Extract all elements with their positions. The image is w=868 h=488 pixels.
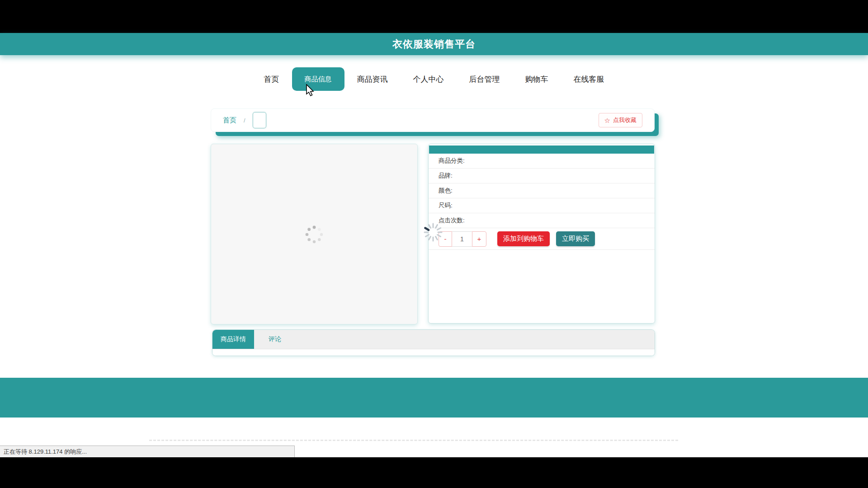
nav-item-cart[interactable]: 购物车 <box>513 67 561 91</box>
site-header: 衣依服装销售平台 <box>0 33 868 55</box>
product-detail-panel: 商品分类: 品牌: 颜色: 尺码: 点击次数: - + 添加到购物车 立即购买 <box>428 144 655 324</box>
loading-dots-spinner-icon <box>303 224 325 245</box>
field-color-label: 颜色: <box>439 187 453 195</box>
nav-item-personal-center[interactable]: 个人中心 <box>401 67 457 91</box>
tab-content-area <box>212 349 655 356</box>
browser-status-bar: 正在等待 8.129.11.174 的响应... <box>0 446 295 457</box>
letterbox-bottom <box>0 457 868 488</box>
detail-tabs-card: 商品详情 评论 <box>212 329 655 356</box>
field-category: 商品分类: <box>429 154 655 169</box>
tab-comments[interactable]: 评论 <box>254 330 296 349</box>
breadcrumb: 首页 / ☆ 点我收藏 <box>211 108 655 132</box>
main-nav: 首页 商品信息 商品资讯 个人中心 后台管理 购物车 在线客服 <box>0 63 868 95</box>
letterbox-top <box>0 0 868 33</box>
add-to-cart-button[interactable]: 添加到购物车 <box>497 231 550 246</box>
nav-item-admin[interactable]: 后台管理 <box>457 67 513 91</box>
product-image-panel <box>211 144 418 324</box>
field-clicks: 点击次数: <box>429 213 655 228</box>
nav-item-home[interactable]: 首页 <box>251 67 292 91</box>
tab-product-details[interactable]: 商品详情 <box>212 330 254 349</box>
field-brand: 品牌: <box>429 169 655 183</box>
mouse-arrow-cursor-icon <box>306 84 316 97</box>
site-footer <box>0 378 868 418</box>
field-brand-label: 品牌: <box>439 172 453 180</box>
breadcrumb-current-item-loading <box>253 112 266 128</box>
field-category-label: 商品分类: <box>439 157 465 165</box>
nav-item-customer-service[interactable]: 在线客服 <box>561 67 617 91</box>
browser-status-text: 正在等待 8.129.11.174 的响应... <box>4 448 87 456</box>
nav-item-product-info[interactable]: 商品信息 <box>292 67 344 91</box>
page-title: 衣依服装销售平台 <box>392 38 476 51</box>
field-size-label: 尺码: <box>439 202 453 210</box>
buy-now-button[interactable]: 立即购买 <box>556 231 595 246</box>
product-title-bar <box>429 145 654 154</box>
field-color: 颜色: <box>429 183 655 198</box>
busy-starburst-spinner-icon <box>423 222 443 242</box>
nav-item-product-news[interactable]: 商品资讯 <box>344 67 401 91</box>
tab-strip: 商品详情 评论 <box>212 330 655 349</box>
star-icon: ☆ <box>604 117 610 124</box>
favorite-button-label: 点我收藏 <box>613 116 637 124</box>
field-size: 尺码: <box>429 198 655 213</box>
purchase-actions: - + 添加到购物车 立即购买 <box>429 228 655 250</box>
breadcrumb-home-link[interactable]: 首页 <box>223 116 236 125</box>
favorite-button[interactable]: ☆ 点我收藏 <box>599 113 642 127</box>
page-bottom-dashed-divider <box>149 440 678 441</box>
quantity-input[interactable] <box>452 231 472 247</box>
quantity-increase-button[interactable]: + <box>472 231 486 247</box>
breadcrumb-separator: / <box>244 117 245 124</box>
